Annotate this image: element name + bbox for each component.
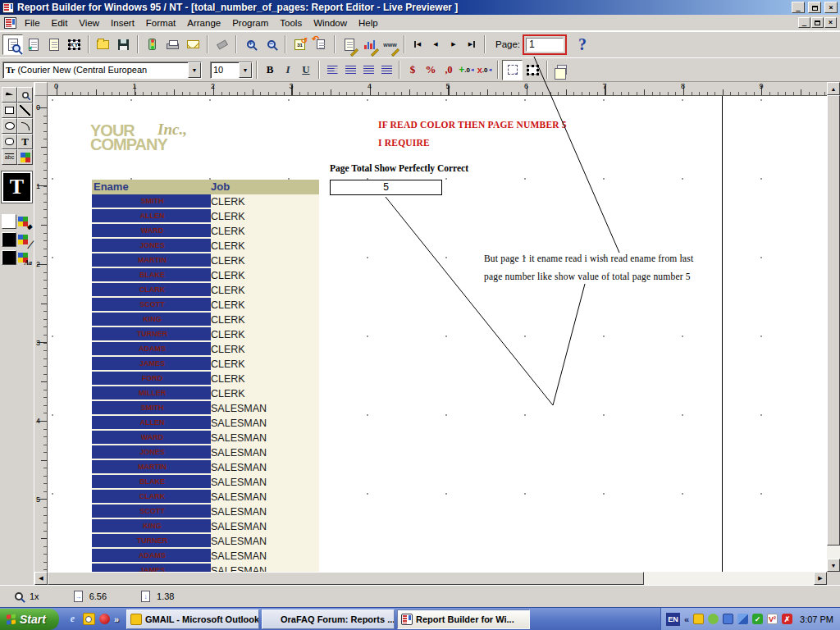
mail-button[interactable] <box>183 34 203 55</box>
horizontal-scrollbar[interactable]: ◀ ▶ <box>34 572 827 585</box>
network-tray-icon[interactable] <box>737 614 748 624</box>
bold-button[interactable]: B <box>261 61 279 79</box>
taskbar-task-button[interactable]: Report Builder for Wi... <box>397 609 530 629</box>
updates-tray-icon[interactable] <box>723 614 733 624</box>
last-page-button[interactable]: ▶ <box>463 35 481 53</box>
font-size-combo[interactable]: 10 ▼ <box>210 62 253 79</box>
layout-model-button[interactable]: XY <box>64 34 84 55</box>
ruler-number: 0 <box>54 82 58 90</box>
font-name-dropdown-arrow[interactable]: ▼ <box>188 62 201 78</box>
magnify-tool[interactable] <box>17 87 33 103</box>
menu-item[interactable]: Help <box>353 16 384 30</box>
security-alert-tray-icon[interactable]: ✗ <box>782 614 792 624</box>
italic-button[interactable]: I <box>279 61 297 79</box>
text-color-well[interactable]: Aa <box>2 250 32 265</box>
image-tool[interactable] <box>17 149 33 165</box>
clock-quicklaunch-icon[interactable] <box>83 613 95 625</box>
clock-tray-icon[interactable] <box>693 614 704 624</box>
taskbar-task-button[interactable]: GMAIL - Microsoft Outlook <box>126 609 259 629</box>
line-color-well[interactable]: ╱ <box>2 232 32 247</box>
close-button[interactable]: × <box>824 2 838 13</box>
antivirus-tray-icon[interactable]: V² <box>767 614 778 624</box>
align-justify-button[interactable] <box>377 61 395 79</box>
underline-button[interactable]: U <box>297 61 315 79</box>
security-ok-tray-icon[interactable]: ✓ <box>752 614 763 624</box>
field-tool[interactable]: abc <box>2 149 17 165</box>
text-tool[interactable]: T <box>17 134 33 149</box>
confine-mode-button[interactable] <box>523 60 543 80</box>
format-painter-button[interactable] <box>212 34 232 55</box>
taskbar-task-button[interactable]: OraFAQ Forum: Reports ... <box>262 609 395 629</box>
default-layout-button[interactable] <box>551 60 572 80</box>
ellipse-tool[interactable] <box>2 118 17 134</box>
tray-chevron[interactable]: « <box>684 614 689 624</box>
fill-color-well[interactable]: ◆ <box>2 214 32 229</box>
flex-mode-button[interactable] <box>502 60 523 80</box>
live-previewer-button[interactable] <box>2 34 23 55</box>
currency-format-button[interactable]: $ <box>404 61 422 79</box>
report-editor-button[interactable]: ◄ <box>23 34 43 55</box>
add-decimal-button[interactable]: +.0◄ <box>458 61 476 79</box>
language-indicator[interactable]: EN <box>666 613 680 626</box>
first-page-button[interactable]: ◀ <box>409 35 427 53</box>
menu-item[interactable]: Format <box>140 16 181 30</box>
run-report-button[interactable] <box>142 34 162 55</box>
font-name-combo[interactable]: Tr(Courier New (Central European ▼ <box>2 62 202 79</box>
comma-format-button[interactable]: ,0 <box>440 61 458 79</box>
scroll-down-button[interactable]: ▼ <box>827 559 840 572</box>
open-button[interactable] <box>93 34 113 55</box>
refresh-data-button[interactable]: 31 <box>290 34 310 55</box>
page-total-field[interactable]: 5 <box>330 180 442 195</box>
save-button[interactable] <box>113 34 134 55</box>
help-icon[interactable]: ? <box>578 35 587 54</box>
page-number-input[interactable] <box>526 38 564 52</box>
align-left-button[interactable] <box>323 61 341 79</box>
menu-item[interactable]: View <box>73 16 105 30</box>
menu-item[interactable]: Edit <box>46 16 74 30</box>
cancel-run-button[interactable]: ↶ <box>310 34 331 55</box>
scroll-left-button[interactable]: ◀ <box>34 572 48 585</box>
menu-item[interactable]: File <box>19 16 46 30</box>
menu-item[interactable]: Insert <box>105 16 140 30</box>
menu-item[interactable]: Program <box>226 16 274 30</box>
report-canvas[interactable]: YOUR COMPANY Inc., IF READ COLOR THEN PA… <box>48 96 827 572</box>
select-tool[interactable] <box>2 87 17 103</box>
mdi-restore-button[interactable] <box>811 17 824 28</box>
mdi-close-button[interactable]: × <box>824 17 837 28</box>
chart-wizard-button[interactable] <box>359 34 380 55</box>
remove-decimal-button[interactable]: x.0◄ <box>476 61 494 79</box>
next-page-button[interactable]: ▶ <box>445 35 463 53</box>
scroll-right-button[interactable]: ▶ <box>814 572 827 585</box>
quick-launch-chevron[interactable]: » <box>114 614 119 624</box>
rectangle-tool[interactable] <box>2 103 17 118</box>
menu-item[interactable]: Tools <box>274 16 308 30</box>
zoom-out-button[interactable]: − <box>261 34 281 55</box>
percent-format-button[interactable]: % <box>422 61 440 79</box>
mdi-minimize-button[interactable]: _ <box>798 17 810 28</box>
vertical-scrollbar[interactable]: ▲ ▼ <box>827 82 840 572</box>
zoom-in-button[interactable]: + <box>240 34 261 55</box>
print-button[interactable] <box>162 34 183 55</box>
job-cell: SALESMAN <box>211 401 267 416</box>
media-quicklaunch-icon[interactable] <box>99 614 110 624</box>
data-model-button[interactable] <box>43 34 64 55</box>
scroll-up-button[interactable]: ▲ <box>827 82 840 95</box>
arc-tool[interactable] <box>17 118 33 134</box>
start-button[interactable]: Start <box>0 609 59 630</box>
horizontal-scroll-thumb[interactable] <box>48 572 644 585</box>
web-wizard-button[interactable]: www <box>380 34 400 55</box>
align-right-button[interactable] <box>359 61 377 79</box>
restore-button[interactable] <box>808 2 821 13</box>
vertical-scroll-thumb[interactable] <box>827 95 840 546</box>
edit-text-button[interactable] <box>339 34 359 55</box>
menu-item[interactable]: Arrange <box>181 16 226 30</box>
align-center-button[interactable] <box>341 61 359 79</box>
rounded-rect-tool[interactable] <box>2 134 17 149</box>
menu-item[interactable]: Window <box>308 16 353 30</box>
previous-page-button[interactable]: ◀ <box>427 35 445 53</box>
line-tool[interactable] <box>17 103 33 118</box>
font-size-dropdown-arrow[interactable]: ▼ <box>239 62 252 78</box>
messenger-tray-icon[interactable] <box>708 614 719 624</box>
ie-quicklaunch-icon[interactable]: e <box>66 613 79 625</box>
minimize-button[interactable]: _ <box>792 2 805 13</box>
